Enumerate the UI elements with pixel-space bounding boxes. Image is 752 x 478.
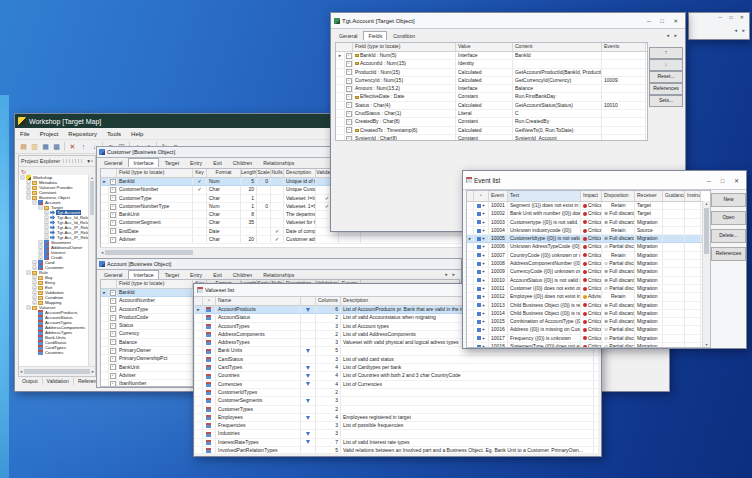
account-tab-entry[interactable]: Entry [185,270,207,279]
table-row[interactable]: CustomerSegments3 [195,397,598,405]
expand-plus-icon[interactable]: + [482,310,485,316]
column-header-impact[interactable]: Impact [581,191,602,201]
table-row[interactable]: +Status : Char(4)CalculatedGetAccountSta… [336,102,647,110]
column-header-receiver[interactable]: Receiver [635,191,663,201]
column-header-key[interactable]: Key [193,169,207,177]
scroll-thumb[interactable] [24,369,89,374]
table-row[interactable]: Frequencies3List of possible frequencies [195,422,598,430]
column-header-length[interactable]: Length [241,169,257,177]
table-row[interactable]: +EffectiveDate : DateConstantRun.FirstBa… [336,93,647,101]
expander-glyph[interactable]: + [110,306,116,312]
customer-tab-relationships[interactable]: Relationships [258,158,299,167]
table-row[interactable]: +SystemId : Char(8)ConstantSystemId_Acco… [336,135,647,141]
tree-vertical-scrollbar[interactable]: ▴ [88,175,95,366]
expand-plus-icon[interactable]: + [482,302,485,308]
sync-icon[interactable]: ↻ [21,168,26,175]
tree-expander-icon[interactable]: + [39,256,43,260]
expander-glyph[interactable]: + [346,61,352,67]
scroll-thumb[interactable] [105,250,193,255]
table-row[interactable]: +CurrencyId : Num(15)CalculatedGetCurren… [336,77,647,85]
window-controls[interactable]: ─ □ ✕ [647,18,682,24]
window-controls[interactable]: ─ □ ✕ [707,177,743,184]
expander-glyph[interactable]: + [110,290,116,296]
column-header-field[interactable]: Field (type to locate) [117,169,193,177]
tree-expander-icon[interactable]: + [27,181,31,185]
table-row[interactable]: Countries4List of Countries with both 2 … [195,372,598,380]
table-row[interactable]: +CrudStatus : Char(1)LiteralC [336,110,647,118]
column-header-format[interactable]: Format [207,169,241,177]
tree-expander-icon[interactable]: − [27,306,31,310]
expander-glyph[interactable]: + [110,364,116,370]
menu-item-tools[interactable]: Tools [102,131,126,137]
table-row[interactable]: Currencies4List of Currencies [195,381,598,389]
tree-expander-icon[interactable]: − [39,206,43,210]
expander-glyph[interactable]: + [110,187,116,193]
reset-button[interactable]: Reset... [649,71,683,83]
tree-expander-icon[interactable]: − [27,196,31,200]
table-row[interactable]: CustomerTypes2 [195,406,598,414]
event-list-titlebar[interactable]: Event list ─ □ ✕ [463,171,746,190]
expander-glyph[interactable]: + [110,228,116,234]
column-header-instruction[interactable]: Instruction [685,191,701,201]
customer-tab-children[interactable]: Children [228,158,257,167]
expander-glyph[interactable]: + [110,298,116,304]
table-row[interactable]: +CreatedBy : Char(8)ConstantRun.CreatedB… [336,118,647,126]
tree-expander-icon[interactable]: + [33,276,37,280]
tree-expander-icon[interactable]: + [39,246,43,250]
table-row[interactable]: +10015Combination of AccountType ({0})..… [467,318,710,326]
table-row[interactable]: +10017Frequency ({0}) is unknownCritical… [467,335,710,343]
expander-glyph[interactable]: + [110,179,116,185]
tree-expander-icon[interactable]: + [27,186,31,190]
tree-expander-icon[interactable]: + [33,281,37,285]
move-up-icon[interactable]: ↑ [78,143,89,150]
column-header-disposition[interactable]: Disposition [602,191,635,201]
tgt-tab-fields[interactable]: Fields [363,31,387,40]
scroll-thumb[interactable] [704,208,709,254]
column-header-content[interactable]: Content [513,43,602,51]
table-row[interactable]: +CreatedTs : Timestamp(6)CalculatedGetNe… [336,127,647,135]
table-row[interactable]: +10009CurrencyCode ({0}) unknown or m...… [467,268,710,276]
doc-nav-arrows[interactable]: ◂ ▸ [667,32,679,38]
tree-expander-icon[interactable]: + [45,226,49,230]
tgt-account-titlebar[interactable]: Tgt.Account [Target Object] ─ □ ✕ [331,13,685,29]
table-row[interactable]: CardStatus3List of valid card status [195,356,598,364]
expand-plus-icon[interactable]: + [482,335,485,341]
tree-expander-icon[interactable]: + [33,261,37,265]
table-row[interactable]: +10011Customer ({0}) does not exist or i… [467,285,710,293]
project-explorer-header[interactable]: Project Explorer ▾ ▫ [19,156,95,167]
expand-plus-icon[interactable]: + [482,219,485,225]
expander-glyph[interactable]: + [346,78,352,84]
column-header-nulls[interactable]: Nulls [271,169,284,177]
expand-plus-icon[interactable]: + [482,235,485,241]
table-row[interactable]: +10001Segment ({1}) does not exist in Ba… [467,202,710,210]
tgt-tab-general[interactable]: General [334,31,362,40]
customer-tab-target[interactable]: Target [160,158,184,167]
expand-plus-icon[interactable]: + [482,227,485,233]
doc-nav-arrows[interactable]: ◂ ▸ [445,271,457,277]
expander-glyph[interactable]: + [110,315,116,321]
column-header-name[interactable]: Name [216,297,301,305]
table-row[interactable]: +ProductId : Num(15)CalculatedGetAccount… [336,69,647,77]
scroll-thumb[interactable] [90,181,94,215]
tree-horizontal-scrollbar[interactable]: ◂▸ [19,366,95,376]
customer-tab-entry[interactable]: Entry [185,158,207,167]
expander-glyph[interactable]: + [110,373,116,379]
table-row[interactable]: +10006Unknown AdressTypeCode ({0})Critic… [467,243,710,251]
table-row[interactable]: CustomerIdTypes2 [195,389,598,397]
table-row[interactable]: ▸+10005CustomerIdtype ({0}) is not valid… [467,235,710,243]
expand-plus-icon[interactable]: + [482,343,485,348]
table-row[interactable]: +Amount : Num(15,2)InterfaceBalance [336,85,647,93]
expand-plus-icon[interactable]: + [482,326,485,332]
account-tab-children[interactable]: Children [228,270,257,279]
expander-glyph[interactable]: + [110,381,116,387]
new-icon[interactable]: ▤ [18,143,29,151]
chevron-down-icon[interactable]: ▾ [87,158,90,164]
expander-glyph[interactable]: + [110,212,116,218]
expander-glyph[interactable]: + [110,220,116,226]
expander-glyph[interactable]: + [110,204,116,210]
tree-expander-icon[interactable]: − [33,201,37,205]
table-row[interactable]: +10003Customertype ({0}) is not valid. V… [467,219,710,227]
menu-item-help[interactable]: Help [126,131,148,137]
tree-expander-icon[interactable]: + [33,291,37,295]
account-tab-general[interactable]: General [99,270,127,279]
